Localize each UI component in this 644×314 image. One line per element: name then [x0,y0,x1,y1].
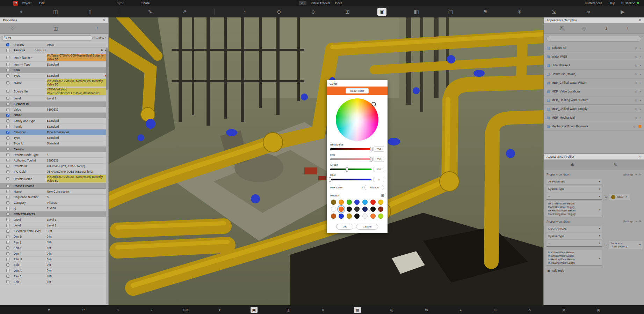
red-value-box[interactable]: 255 [374,157,384,162]
color-swatch[interactable] [331,207,336,212]
row-checkbox[interactable] [6,235,9,238]
brightness-slider-track[interactable] [330,148,371,150]
property-row[interactable]: TypeStandard♥ [0,73,108,79]
visibility-icon[interactable]: ◎ [635,73,637,76]
property-row[interactable]: Authoring Tool Id6390532 [0,158,108,163]
target-icon[interactable]: ◎ [388,307,395,313]
property-row[interactable]: CategoryPhases [0,200,108,206]
chevron-down-icon[interactable]: ▾ [635,173,637,176]
template-search-input[interactable] [547,36,641,42]
source-dropdown[interactable]: MECHANICAL▾ [547,226,602,232]
template-item[interactable]: ▤MEP_Mechanical◎▸ [544,113,644,122]
property-row[interactable]: Pan 10 in [0,240,108,245]
hex-color-input[interactable]: FF6900 [364,185,384,190]
add-action-icon[interactable]: ✛ [605,195,607,199]
row-checkbox[interactable] [6,142,9,145]
copy-properties-icon[interactable]: ◫ [53,26,58,31]
property-section-header[interactable]: CONSTRAINTS [0,211,108,217]
chevron-icon[interactable]: ▸ [640,64,641,67]
select-all-checkbox[interactable] [6,43,9,46]
row-checkbox[interactable] [6,269,9,272]
chevron-icon[interactable]: ▸ [640,90,641,93]
favorite-heart-icon[interactable]: ♡ [10,26,15,31]
row-checkbox[interactable] [6,49,9,52]
issue-tracker-button[interactable]: Issue Tracker [311,1,330,5]
undo-icon[interactable]: ↶ [80,307,87,313]
row-checkbox[interactable] [6,212,9,216]
favorites-icon[interactable]: ♥ [45,307,52,313]
template-item[interactable]: ▤Water (WS)◎▸ [544,52,644,61]
row-checkbox[interactable] [6,125,9,128]
color-swatch[interactable] [362,207,368,212]
prev-result-icon[interactable]: ‹ [94,36,95,39]
cut-icon[interactable]: ✕ [560,307,567,313]
condition-settings[interactable]: Settings▾✕ [623,220,641,223]
row-checkbox[interactable] [6,263,9,267]
color-action-box[interactable]: Color✕ [609,194,630,200]
template-item[interactable]: ▤MEP_Chilled Water Supply◎▸ [544,105,644,113]
home-icon[interactable]: ⌂ [114,307,121,313]
property-row[interactable]: TypeStandard [0,135,108,141]
source-dropdown[interactable]: All Properties▾ [547,179,602,185]
row-checkbox[interactable] [6,252,9,255]
property-row[interactable]: Revizto NameVicTaulic 07S Vic 300 Master… [0,175,108,183]
visibility-icon[interactable]: ◎ [635,55,637,58]
row-checkbox[interactable] [6,224,9,227]
condition-values-box[interactable]: Ex-Chilled Water Return Ex-Chilled Water… [547,201,602,217]
chevron-icon[interactable]: ▸ [640,81,641,84]
remove-condition-icon[interactable]: ✕ [639,173,641,176]
color-swatch[interactable] [331,214,336,219]
property-row[interactable]: Edit L0 ft [0,279,108,285]
row-checkbox[interactable] [6,196,9,199]
color-swatch[interactable] [378,200,383,205]
template-item[interactable]: ▤Mechanical Room Pipework◎ [544,122,644,131]
chevron-icon[interactable]: ▸ [640,73,641,76]
clock-icon[interactable]: ◔ [240,8,249,16]
visibility-icon[interactable]: ◎ [635,116,637,119]
property-row[interactable]: FamilyStandard [0,124,108,129]
docs-button[interactable]: Docs [335,1,342,5]
sync-button[interactable]: Sync [117,1,124,5]
row-checkbox[interactable] [6,119,9,122]
preferences-button[interactable]: Preferences [585,1,602,5]
row-checkbox[interactable] [6,63,9,66]
property-dropdown[interactable]: System Type▾ [547,186,602,192]
row-checkbox[interactable] [6,184,9,187]
apply-template-icon[interactable]: ⇱ [560,26,564,31]
row-checkbox[interactable] [6,74,9,77]
sun-icon[interactable]: ☀ [515,8,524,16]
ok-button[interactable]: OK [336,224,354,230]
tablet-icon[interactable]: ▯ [86,8,95,16]
brightness-value-box[interactable]: 254 [374,147,384,152]
vr-toggle-icon[interactable]: VR [299,1,306,5]
remove-condition-icon[interactable]: ✕ [639,220,641,223]
overwrite-template-icon[interactable]: ◎ [582,26,586,31]
close-section-icon[interactable]: ✕ [319,307,326,313]
pencil-icon[interactable]: ✎ [146,8,155,16]
property-row[interactable]: Edit A0 ft [0,245,108,251]
color-swatch[interactable] [339,214,344,219]
property-section-header[interactable]: Phase Created [0,183,108,189]
close-icon[interactable]: ✕ [638,155,641,158]
add-action-icon[interactable]: ✛ [605,243,607,247]
play-icon[interactable]: ▸ [457,307,464,313]
help-circle-icon[interactable]: ⊙ [274,8,283,16]
property-row[interactable]: IFC Guid0BNAaeGYP9-7Q5BT6SbaUPb4dI [0,169,108,175]
condition-values-box[interactable]: In-Chilled Water Return In-Chilled Water… [547,250,602,266]
split-view-icon[interactable]: ◫ [285,307,292,313]
row-checkbox[interactable] [6,246,9,249]
color-swatch[interactable] [362,200,368,205]
blue-value-box[interactable]: 0 [374,177,384,182]
property-row[interactable]: Type IdStandard [0,141,108,147]
send-icon[interactable]: ▶ [618,8,627,16]
row-checkbox[interactable] [6,90,9,93]
property-dropdown[interactable]: System Type▾ [547,233,602,239]
green-slider-track[interactable] [330,169,371,170]
row-checkbox[interactable] [6,280,9,283]
export-arrow-icon[interactable]: ↗ [180,8,189,16]
properties-search-input[interactable] [2,35,93,41]
properties-scrollbar[interactable] [106,47,108,304]
template-item[interactable]: ▤Exhaust Air◎▸ [544,44,644,52]
operator-dropdown[interactable]: =▾ [547,240,602,247]
color-swatch[interactable] [347,200,352,205]
